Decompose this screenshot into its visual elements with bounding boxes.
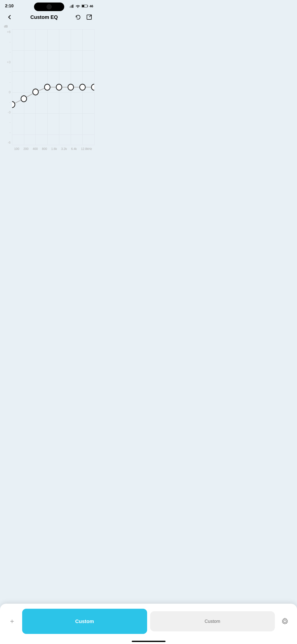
x-label-200: 200 — [23, 147, 28, 151]
battery-level: 46 — [90, 4, 93, 8]
eq-dot-100[interactable] — [12, 102, 15, 108]
nav-header: Custom EQ — [0, 11, 98, 25]
eq-dot-6400[interactable] — [80, 84, 85, 90]
x-label-400: 400 — [33, 147, 38, 151]
wifi-icon — [76, 4, 80, 8]
status-time: 2:10 — [5, 4, 14, 9]
x-axis: 100 200 400 800 1.6k 3.2k 6.4k 12.8kHz — [3, 145, 94, 153]
battery-icon — [82, 4, 88, 8]
y-label-3n: -3 — [3, 111, 12, 114]
x-label-3200: 3.2k — [61, 147, 67, 151]
y-label-dash4: - — [3, 81, 12, 84]
y-label-6p: +6 — [3, 30, 12, 34]
back-icon — [7, 14, 12, 20]
eq-dot-1600[interactable] — [56, 84, 62, 90]
reset-button[interactable] — [74, 13, 82, 21]
eq-chart-container: dB +6 - - +3 - - 0 - -3 - - -6 — [0, 25, 98, 153]
x-label-100: 100 — [14, 147, 19, 151]
page-title: Custom EQ — [30, 14, 58, 20]
y-label-3p: +3 — [3, 60, 12, 64]
grid-v-12800 — [94, 29, 94, 145]
chart-area[interactable]: +6 - - +3 - - 0 - -3 - - -6 — [3, 29, 94, 145]
chart-grid[interactable] — [12, 29, 94, 145]
eq-dot-400[interactable] — [33, 89, 38, 95]
island-camera — [47, 4, 52, 9]
export-icon — [86, 14, 92, 20]
x-label-800: 800 — [42, 147, 47, 151]
svg-rect-3 — [73, 5, 73, 8]
svg-rect-1 — [71, 6, 71, 8]
y-label-6n: -6 — [3, 141, 12, 144]
signal-icon — [70, 4, 74, 8]
svg-rect-2 — [72, 5, 72, 8]
eq-dot-12800[interactable] — [91, 84, 94, 90]
x-label-6400: 6.4k — [71, 147, 77, 151]
svg-rect-5 — [87, 6, 88, 7]
eq-dot-200[interactable] — [21, 96, 26, 102]
y-label-dash2: - — [3, 50, 12, 54]
y-label-dash5: - — [3, 101, 12, 104]
export-button[interactable] — [85, 13, 93, 21]
eq-curve-svg[interactable] — [12, 29, 94, 145]
y-label-dash6: - — [3, 121, 12, 124]
db-label: dB — [3, 25, 94, 28]
y-axis: +6 - - +3 - - 0 - -3 - - -6 — [3, 29, 12, 145]
eq-dot-3200[interactable] — [68, 84, 74, 90]
status-right-icons: 46 — [70, 4, 93, 8]
y-label-dash3: - — [3, 71, 12, 74]
eq-dot-800[interactable] — [45, 84, 50, 90]
nav-actions — [74, 13, 93, 21]
status-bar: 2:10 46 — [0, 0, 98, 11]
y-label-0: 0 — [3, 90, 12, 94]
x-label-12800: 12.8kHz — [81, 147, 92, 151]
back-button[interactable] — [5, 13, 14, 22]
x-label-1600: 1.6k — [51, 147, 57, 151]
svg-rect-6 — [82, 5, 84, 7]
dynamic-island — [34, 3, 64, 11]
svg-rect-0 — [70, 6, 70, 8]
y-label-dash1: - — [3, 40, 12, 44]
reset-icon — [75, 14, 81, 20]
y-label-dash7: - — [3, 131, 12, 134]
